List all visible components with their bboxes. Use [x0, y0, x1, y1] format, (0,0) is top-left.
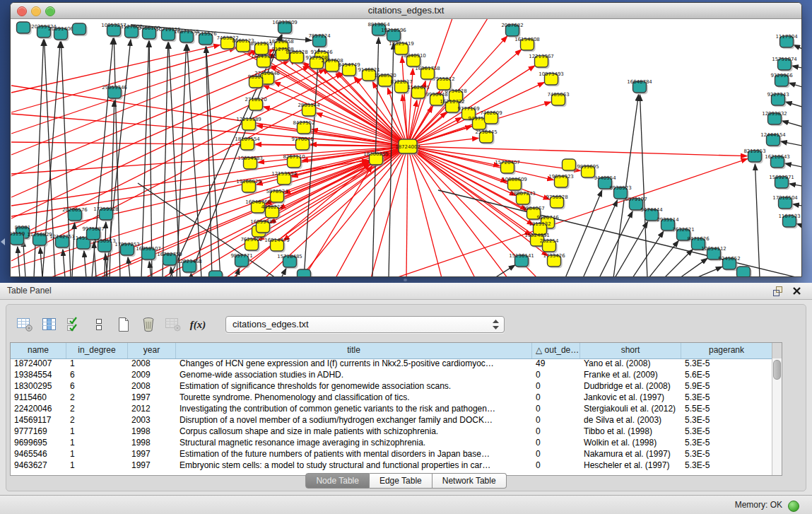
graph-node[interactable] [73, 23, 86, 35]
graph-edge[interactable] [583, 200, 618, 276]
graph-edge[interactable] [789, 83, 801, 87]
graph-edge[interactable] [785, 163, 801, 167]
table-row[interactable]: 2242004622012Investigating the contribut… [11, 404, 772, 415]
node-label: 16782759 [157, 252, 182, 257]
graph-edge[interactable] [128, 257, 130, 276]
graph-edge[interactable] [18, 247, 20, 276]
window-titlebar[interactable]: citations_edges.txt [11, 3, 801, 19]
graph-edge[interactable] [206, 47, 220, 276]
collapse-arrow-icon[interactable] [1, 238, 5, 245]
graph-node[interactable] [17, 22, 30, 33]
node-label: 10654112 [701, 246, 726, 252]
table-row[interactable]: 1830029562008Estimation of significance … [11, 381, 772, 392]
node-label: 7857224 [308, 33, 331, 39]
delete-icon[interactable] [140, 316, 157, 333]
float-window-icon[interactable] [772, 286, 784, 297]
node-label: 1815132 [529, 221, 551, 227]
graph-edge[interactable] [599, 211, 632, 276]
close-panel-icon[interactable] [792, 286, 802, 296]
graph-node[interactable] [209, 271, 223, 276]
graph-edge[interactable] [336, 152, 405, 276]
graph-edge[interactable] [406, 153, 408, 276]
column-header-out_de[interactable]: △ out_de… [532, 343, 580, 358]
show-columns-icon[interactable] [41, 316, 58, 333]
new-file-icon[interactable] [115, 316, 132, 333]
graph-edge[interactable] [793, 204, 801, 206]
table-row[interactable]: 1872400712008Changes of HCN gene express… [11, 358, 772, 370]
graph-edge[interactable] [409, 153, 442, 276]
table-cell: 2 [66, 404, 128, 415]
node-label: 18325419 [389, 41, 414, 47]
scrollbar-thumb[interactable] [773, 360, 781, 380]
graph-edge[interactable] [371, 153, 406, 276]
node-label: 12142757 [49, 234, 75, 240]
table-mode-icon[interactable] [16, 316, 33, 333]
table-cell: Structural magnetic resonance image aver… [176, 438, 532, 449]
node-label: 1250513 [93, 238, 115, 244]
graph-node[interactable] [298, 269, 311, 276]
column-header-in_degree[interactable]: in_degree [66, 343, 128, 358]
graph-edge[interactable] [786, 102, 801, 107]
splitter-handle[interactable] [404, 279, 407, 281]
graph-edge[interactable] [680, 258, 707, 276]
tab-network-table[interactable]: Network Table [433, 473, 507, 489]
graph-edge[interactable] [304, 49, 319, 276]
graph-node[interactable] [737, 267, 751, 276]
column-header-pagerank[interactable]: pagerank [681, 343, 772, 358]
table-cell: Franke et al. (2009) [580, 370, 681, 381]
graph-edge[interactable] [792, 66, 801, 68]
graph-edge[interactable] [206, 47, 212, 276]
table-row[interactable]: 969969511998Structural magnetic resonanc… [11, 438, 772, 449]
function-builder-icon[interactable]: f(x) [189, 316, 206, 333]
graph-edge[interactable] [92, 162, 369, 276]
table-row[interactable]: 911546021997Tourette syndrome. Phenomeno… [11, 392, 772, 404]
graph-edge[interactable] [141, 41, 149, 276]
vertical-scrollbar[interactable] [772, 358, 782, 475]
table-row[interactable]: 1938455462009Genome-wide association stu… [11, 370, 772, 381]
table-row[interactable]: 1456911722003Disruption of a novel membe… [11, 415, 772, 426]
graph-edge[interactable] [565, 190, 602, 276]
table-source-dropdown[interactable]: citations_edges.txt [225, 316, 505, 333]
table-cell: de Silva et al. (2003) [580, 415, 681, 426]
graph-edge[interactable] [84, 251, 86, 276]
node-label: 17359928 [93, 206, 119, 212]
status-bar: Memory: OK [0, 495, 812, 514]
node-label: 9857771 [230, 253, 252, 259]
table-cell: 1998 [128, 426, 176, 438]
table-row[interactable]: 946362711997Embryonic stem cells: a mode… [11, 460, 772, 472]
table-cell: 1997 [128, 392, 176, 404]
graph-edge[interactable] [696, 267, 722, 276]
graph-edge[interactable] [782, 121, 801, 127]
memory-ok-indicator[interactable] [788, 501, 799, 512]
network-window: citations_edges.txt 20355724206914061065… [10, 2, 802, 277]
table-cell: 5.3E-5 [681, 392, 772, 404]
node-label: 16154808 [514, 37, 540, 42]
graph-edge[interactable] [163, 42, 168, 276]
table-panel-body: f(x)citations_edges.txt namein_degreeyea… [6, 304, 806, 491]
network-canvas[interactable]: 2035572420691406106532571527602946616010… [11, 19, 801, 276]
graph-edge[interactable] [11, 66, 310, 197]
graph-edge[interactable] [755, 164, 760, 276]
column-header-title[interactable]: title [176, 343, 532, 358]
graph-edge[interactable] [781, 141, 801, 146]
column-header-year[interactable]: year [128, 343, 176, 358]
graph-edge[interactable] [789, 184, 801, 186]
graph-edge[interactable] [632, 231, 664, 276]
column-header-short[interactable]: short [580, 343, 681, 358]
tab-node-table[interactable]: Node Table [305, 473, 370, 489]
table-cell: 2 [66, 415, 128, 426]
graph-edge[interactable] [281, 269, 286, 276]
graph-edge[interactable] [149, 262, 151, 276]
graph-node[interactable] [563, 159, 576, 170]
tab-edge-table[interactable]: Edge Table [370, 473, 433, 489]
table-row[interactable]: 977716911998Corpus callosum shape and si… [11, 426, 772, 438]
table-row[interactable]: 946554611997Estimation of the future num… [11, 449, 772, 460]
table-cell: 2008 [128, 358, 176, 370]
column-header-name[interactable]: name [11, 343, 66, 358]
graph-edge[interactable] [640, 95, 647, 276]
graph-edge[interactable] [40, 247, 42, 276]
select-all-icon[interactable] [66, 316, 83, 333]
graph-edge[interactable] [438, 190, 799, 276]
rows-icon[interactable] [90, 316, 107, 333]
table-cell: 9463627 [11, 460, 66, 472]
